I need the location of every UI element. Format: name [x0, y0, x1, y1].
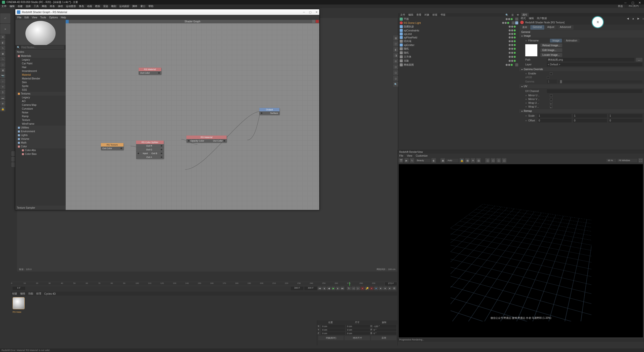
- rv-snap1-button[interactable]: ◫: [485, 158, 490, 163]
- menu-render[interactable]: 渲染: [103, 5, 108, 8]
- tree-legacy[interactable]: Legacy: [15, 58, 66, 62]
- object-row[interactable]: 随机: [399, 51, 519, 55]
- output-port[interactable]: [161, 149, 162, 150]
- object-tag[interactable]: [515, 63, 518, 66]
- visibility-dots[interactable]: [509, 48, 516, 50]
- image-tab[interactable]: Image: [550, 39, 562, 42]
- tree-lights[interactable]: Lights: [15, 133, 66, 137]
- object-row[interactable]: xpConstraints: [399, 29, 519, 32]
- object-row[interactable]: RS Dome Light: [399, 21, 519, 25]
- shader-menu-tools[interactable]: Tools: [40, 16, 46, 19]
- tree-colorbias[interactable]: Color Bias: [15, 152, 66, 156]
- rv-grid-button[interactable]: ▦: [465, 158, 470, 163]
- rv-aov-dropdown[interactable]: Beauty: [415, 159, 430, 162]
- section-uv[interactable]: UV: [519, 84, 644, 88]
- rot-b-input[interactable]: 0 °: [373, 332, 396, 335]
- node-tree[interactable]: Materials Legacy Car Paint Hair Incandes…: [15, 54, 66, 206]
- menu-mesh[interactable]: 网格: [42, 5, 47, 8]
- size-x-input[interactable]: 0 cm: [346, 325, 370, 328]
- object-row[interactable]: 隐藏轨迹: [399, 25, 519, 29]
- menu-character[interactable]: 角色: [79, 5, 84, 8]
- tree-noise[interactable]: Noise: [15, 111, 66, 114]
- obj-tab-file[interactable]: 文件: [400, 13, 405, 17]
- menu-spline[interactable]: 样条: [50, 5, 55, 8]
- tree-ao[interactable]: AO: [15, 99, 66, 103]
- graph-pin-icon[interactable]: [312, 20, 315, 23]
- output-port[interactable]: [158, 72, 160, 74]
- tree-tex-legacy[interactable]: Legacy: [15, 96, 66, 99]
- nav-home-icon[interactable]: ⌂: [642, 17, 644, 20]
- rv-snow-icon[interactable]: ❄: [471, 158, 475, 163]
- size-y-input[interactable]: 0 cm: [346, 328, 370, 331]
- tree-carpaint[interactable]: Car Paint: [15, 62, 66, 65]
- coord-mode-dropdown[interactable]: 对象(相对): [318, 336, 344, 340]
- visibility-dots[interactable]: [509, 60, 516, 62]
- tool-cube[interactable]: ◼: [0, 51, 5, 56]
- object-row[interactable]: 经向域: [399, 39, 519, 43]
- obj-tab-view[interactable]: 查看: [416, 13, 421, 17]
- vp-tool-1[interactable]: ▦: [393, 35, 398, 40]
- shader-close-icon[interactable]: ✕: [315, 11, 318, 14]
- visibility-dots[interactable]: [506, 64, 513, 66]
- magnify-icon[interactable]: 🔍: [393, 82, 398, 87]
- object-tag[interactable]: [515, 21, 518, 24]
- tool-light[interactable]: ☼: [0, 79, 5, 84]
- tree-wireframe[interactable]: WireFrame: [15, 122, 66, 126]
- uv-channel-input[interactable]: [547, 89, 642, 93]
- timeline[interactable]: 0102030405060708090100110120130140150160…: [11, 282, 397, 286]
- offset-x-input[interactable]: [538, 119, 572, 122]
- play-button[interactable]: ▶: [331, 287, 335, 290]
- menu-track[interactable]: 运动跟踪: [119, 5, 129, 8]
- mat-tab-edit[interactable]: 编辑: [20, 292, 25, 295]
- rv-snap3-button[interactable]: ◫: [496, 158, 501, 163]
- tool-generator[interactable]: ◇: [0, 62, 5, 67]
- minimize-icon[interactable]: ─: [624, 1, 627, 4]
- vp-tool-7[interactable]: ⊡: [393, 70, 398, 75]
- visibility-dots[interactable]: [509, 44, 516, 46]
- object-row[interactable]: 克隆: [399, 59, 519, 63]
- tree-material[interactable]: Material: [15, 73, 66, 77]
- offset-z-input[interactable]: [609, 119, 642, 122]
- output-port[interactable]: [161, 156, 162, 158]
- object-row[interactable]: xpLimit: [399, 32, 519, 36]
- mat-tab-cycles[interactable]: Cycles 4D: [44, 292, 56, 295]
- rv-expand-button[interactable]: ⛶: [638, 158, 643, 163]
- key-rot-button[interactable]: ●: [379, 287, 383, 290]
- rv-menu-customize[interactable]: Customize: [416, 154, 428, 157]
- object-row[interactable]: 立方体: [399, 55, 519, 59]
- menu-animate[interactable]: 动画: [87, 5, 92, 8]
- play-back-button[interactable]: ◀: [327, 287, 331, 290]
- menu-mograph[interactable]: 运动图形: [66, 5, 76, 8]
- attr-panel-tab[interactable]: 属性: [521, 13, 529, 17]
- coord-apply-button[interactable]: 应用: [371, 336, 396, 340]
- rv-snap2-button[interactable]: ◫: [491, 158, 495, 163]
- shader-minimize-icon[interactable]: ─: [303, 11, 305, 14]
- menu-sculpt[interactable]: 雕刻: [111, 5, 116, 8]
- object-tag[interactable]: [515, 18, 518, 21]
- node-rs-material-1[interactable]: RS Material Out Color: [139, 68, 161, 75]
- autokey-button[interactable]: 🔑: [365, 287, 369, 290]
- input-port[interactable]: [138, 153, 139, 154]
- menu-select[interactable]: 选择: [26, 5, 31, 8]
- scale-x-input[interactable]: [538, 114, 572, 118]
- section-gamma[interactable]: Gamma Override: [519, 67, 644, 71]
- filter-icon[interactable]: ☰: [511, 14, 514, 16]
- tree-color[interactable]: Color: [15, 145, 66, 148]
- key-opts-button[interactable]: ⚙: [392, 287, 396, 290]
- section-image[interactable]: Image: [519, 34, 644, 38]
- tool-deformer[interactable]: ▣: [0, 68, 5, 73]
- subtab-adjust[interactable]: Adjust: [545, 25, 557, 30]
- tree-materials[interactable]: Materials: [15, 54, 66, 58]
- step-fwd-button[interactable]: ⏵: [336, 287, 340, 290]
- tree-utilities[interactable]: Utilities: [15, 126, 66, 129]
- vp-tool-8[interactable]: ◎: [393, 76, 398, 81]
- visibility-dots[interactable]: [509, 33, 516, 35]
- subtab-basic[interactable]: 基本: [520, 25, 530, 30]
- tool-rs[interactable]: $: [0, 90, 5, 95]
- visibility-dots[interactable]: [509, 56, 516, 58]
- scale-z-input[interactable]: [609, 114, 642, 118]
- rv-crop-button[interactable]: ▣: [440, 158, 445, 163]
- mat-tab-create[interactable]: 创建: [12, 292, 17, 295]
- tool-camera[interactable]: 📷: [0, 73, 5, 78]
- shader-menu-view[interactable]: View: [32, 16, 37, 19]
